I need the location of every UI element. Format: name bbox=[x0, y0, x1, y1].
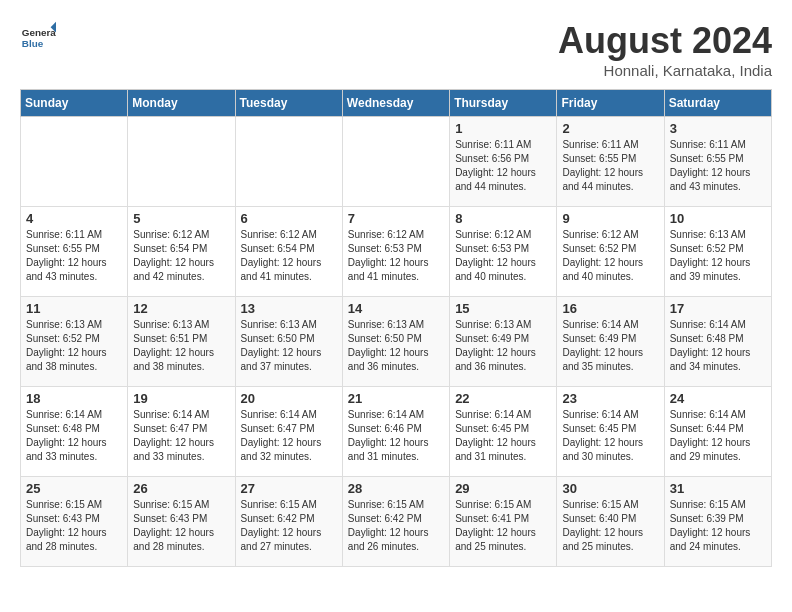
day-info: Sunrise: 6:13 AM Sunset: 6:50 PM Dayligh… bbox=[241, 318, 337, 374]
day-info: Sunrise: 6:11 AM Sunset: 6:55 PM Dayligh… bbox=[670, 138, 766, 194]
day-number: 8 bbox=[455, 211, 551, 226]
calendar-cell: 18Sunrise: 6:14 AM Sunset: 6:48 PM Dayli… bbox=[21, 387, 128, 477]
day-info: Sunrise: 6:14 AM Sunset: 6:45 PM Dayligh… bbox=[562, 408, 658, 464]
calendar-cell: 17Sunrise: 6:14 AM Sunset: 6:48 PM Dayli… bbox=[664, 297, 771, 387]
weekday-header: Tuesday bbox=[235, 90, 342, 117]
day-info: Sunrise: 6:15 AM Sunset: 6:43 PM Dayligh… bbox=[26, 498, 122, 554]
calendar-cell: 24Sunrise: 6:14 AM Sunset: 6:44 PM Dayli… bbox=[664, 387, 771, 477]
title-block: August 2024 Honnali, Karnataka, India bbox=[558, 20, 772, 79]
logo: General Blue bbox=[20, 20, 56, 56]
calendar-cell: 21Sunrise: 6:14 AM Sunset: 6:46 PM Dayli… bbox=[342, 387, 449, 477]
day-number: 23 bbox=[562, 391, 658, 406]
calendar-cell: 7Sunrise: 6:12 AM Sunset: 6:53 PM Daylig… bbox=[342, 207, 449, 297]
calendar-cell: 13Sunrise: 6:13 AM Sunset: 6:50 PM Dayli… bbox=[235, 297, 342, 387]
day-info: Sunrise: 6:14 AM Sunset: 6:44 PM Dayligh… bbox=[670, 408, 766, 464]
day-info: Sunrise: 6:12 AM Sunset: 6:53 PM Dayligh… bbox=[348, 228, 444, 284]
day-number: 2 bbox=[562, 121, 658, 136]
calendar-cell bbox=[21, 117, 128, 207]
calendar-cell: 5Sunrise: 6:12 AM Sunset: 6:54 PM Daylig… bbox=[128, 207, 235, 297]
weekday-header: Saturday bbox=[664, 90, 771, 117]
calendar-cell: 12Sunrise: 6:13 AM Sunset: 6:51 PM Dayli… bbox=[128, 297, 235, 387]
page-header: General Blue August 2024 Honnali, Karnat… bbox=[20, 20, 772, 79]
day-info: Sunrise: 6:12 AM Sunset: 6:53 PM Dayligh… bbox=[455, 228, 551, 284]
calendar-cell: 30Sunrise: 6:15 AM Sunset: 6:40 PM Dayli… bbox=[557, 477, 664, 567]
day-info: Sunrise: 6:14 AM Sunset: 6:45 PM Dayligh… bbox=[455, 408, 551, 464]
day-info: Sunrise: 6:14 AM Sunset: 6:48 PM Dayligh… bbox=[26, 408, 122, 464]
calendar-cell: 23Sunrise: 6:14 AM Sunset: 6:45 PM Dayli… bbox=[557, 387, 664, 477]
calendar-cell: 28Sunrise: 6:15 AM Sunset: 6:42 PM Dayli… bbox=[342, 477, 449, 567]
calendar-cell: 4Sunrise: 6:11 AM Sunset: 6:55 PM Daylig… bbox=[21, 207, 128, 297]
location-subtitle: Honnali, Karnataka, India bbox=[558, 62, 772, 79]
weekday-header: Thursday bbox=[450, 90, 557, 117]
day-number: 21 bbox=[348, 391, 444, 406]
day-info: Sunrise: 6:13 AM Sunset: 6:49 PM Dayligh… bbox=[455, 318, 551, 374]
calendar-cell: 11Sunrise: 6:13 AM Sunset: 6:52 PM Dayli… bbox=[21, 297, 128, 387]
day-number: 18 bbox=[26, 391, 122, 406]
day-number: 6 bbox=[241, 211, 337, 226]
day-number: 24 bbox=[670, 391, 766, 406]
day-number: 26 bbox=[133, 481, 229, 496]
day-info: Sunrise: 6:12 AM Sunset: 6:54 PM Dayligh… bbox=[241, 228, 337, 284]
day-number: 17 bbox=[670, 301, 766, 316]
day-number: 11 bbox=[26, 301, 122, 316]
day-number: 14 bbox=[348, 301, 444, 316]
day-number: 16 bbox=[562, 301, 658, 316]
svg-text:Blue: Blue bbox=[22, 38, 44, 49]
day-info: Sunrise: 6:13 AM Sunset: 6:52 PM Dayligh… bbox=[26, 318, 122, 374]
day-info: Sunrise: 6:15 AM Sunset: 6:42 PM Dayligh… bbox=[241, 498, 337, 554]
calendar-cell: 8Sunrise: 6:12 AM Sunset: 6:53 PM Daylig… bbox=[450, 207, 557, 297]
day-info: Sunrise: 6:15 AM Sunset: 6:39 PM Dayligh… bbox=[670, 498, 766, 554]
calendar-cell: 16Sunrise: 6:14 AM Sunset: 6:49 PM Dayli… bbox=[557, 297, 664, 387]
day-number: 19 bbox=[133, 391, 229, 406]
calendar-cell: 25Sunrise: 6:15 AM Sunset: 6:43 PM Dayli… bbox=[21, 477, 128, 567]
logo-icon: General Blue bbox=[20, 20, 56, 56]
day-number: 25 bbox=[26, 481, 122, 496]
calendar-cell: 19Sunrise: 6:14 AM Sunset: 6:47 PM Dayli… bbox=[128, 387, 235, 477]
day-info: Sunrise: 6:11 AM Sunset: 6:55 PM Dayligh… bbox=[562, 138, 658, 194]
day-number: 1 bbox=[455, 121, 551, 136]
day-number: 12 bbox=[133, 301, 229, 316]
day-number: 28 bbox=[348, 481, 444, 496]
day-info: Sunrise: 6:12 AM Sunset: 6:52 PM Dayligh… bbox=[562, 228, 658, 284]
calendar-table: SundayMondayTuesdayWednesdayThursdayFrid… bbox=[20, 89, 772, 567]
day-number: 27 bbox=[241, 481, 337, 496]
day-number: 22 bbox=[455, 391, 551, 406]
month-year-title: August 2024 bbox=[558, 20, 772, 62]
calendar-cell: 15Sunrise: 6:13 AM Sunset: 6:49 PM Dayli… bbox=[450, 297, 557, 387]
calendar-cell: 9Sunrise: 6:12 AM Sunset: 6:52 PM Daylig… bbox=[557, 207, 664, 297]
calendar-cell: 14Sunrise: 6:13 AM Sunset: 6:50 PM Dayli… bbox=[342, 297, 449, 387]
day-info: Sunrise: 6:15 AM Sunset: 6:40 PM Dayligh… bbox=[562, 498, 658, 554]
day-info: Sunrise: 6:14 AM Sunset: 6:48 PM Dayligh… bbox=[670, 318, 766, 374]
weekday-header: Sunday bbox=[21, 90, 128, 117]
day-info: Sunrise: 6:11 AM Sunset: 6:55 PM Dayligh… bbox=[26, 228, 122, 284]
day-info: Sunrise: 6:12 AM Sunset: 6:54 PM Dayligh… bbox=[133, 228, 229, 284]
day-number: 29 bbox=[455, 481, 551, 496]
day-number: 10 bbox=[670, 211, 766, 226]
calendar-cell: 27Sunrise: 6:15 AM Sunset: 6:42 PM Dayli… bbox=[235, 477, 342, 567]
calendar-cell bbox=[128, 117, 235, 207]
calendar-cell: 6Sunrise: 6:12 AM Sunset: 6:54 PM Daylig… bbox=[235, 207, 342, 297]
day-number: 9 bbox=[562, 211, 658, 226]
day-info: Sunrise: 6:13 AM Sunset: 6:52 PM Dayligh… bbox=[670, 228, 766, 284]
calendar-cell: 20Sunrise: 6:14 AM Sunset: 6:47 PM Dayli… bbox=[235, 387, 342, 477]
day-info: Sunrise: 6:15 AM Sunset: 6:42 PM Dayligh… bbox=[348, 498, 444, 554]
day-number: 13 bbox=[241, 301, 337, 316]
day-number: 15 bbox=[455, 301, 551, 316]
day-number: 20 bbox=[241, 391, 337, 406]
calendar-cell: 10Sunrise: 6:13 AM Sunset: 6:52 PM Dayli… bbox=[664, 207, 771, 297]
weekday-header: Monday bbox=[128, 90, 235, 117]
day-info: Sunrise: 6:13 AM Sunset: 6:50 PM Dayligh… bbox=[348, 318, 444, 374]
weekday-header: Wednesday bbox=[342, 90, 449, 117]
day-info: Sunrise: 6:13 AM Sunset: 6:51 PM Dayligh… bbox=[133, 318, 229, 374]
day-number: 5 bbox=[133, 211, 229, 226]
calendar-cell: 2Sunrise: 6:11 AM Sunset: 6:55 PM Daylig… bbox=[557, 117, 664, 207]
weekday-header: Friday bbox=[557, 90, 664, 117]
day-number: 3 bbox=[670, 121, 766, 136]
calendar-cell bbox=[235, 117, 342, 207]
day-info: Sunrise: 6:14 AM Sunset: 6:46 PM Dayligh… bbox=[348, 408, 444, 464]
calendar-cell: 22Sunrise: 6:14 AM Sunset: 6:45 PM Dayli… bbox=[450, 387, 557, 477]
day-number: 31 bbox=[670, 481, 766, 496]
calendar-cell bbox=[342, 117, 449, 207]
svg-text:General: General bbox=[22, 27, 56, 38]
calendar-cell: 1Sunrise: 6:11 AM Sunset: 6:56 PM Daylig… bbox=[450, 117, 557, 207]
